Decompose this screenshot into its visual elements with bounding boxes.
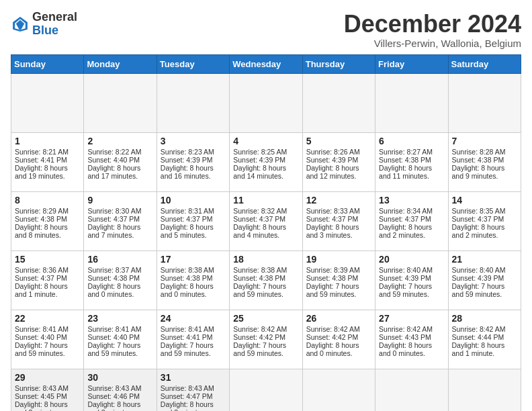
day-number: 18	[233, 254, 298, 265]
calendar-cell	[302, 369, 375, 411]
sunset-text: Sunset: 4:39 PM	[379, 274, 431, 282]
sunrise-text: Sunrise: 8:29 AM	[15, 207, 69, 215]
calendar-cell: 26Sunrise: 8:42 AMSunset: 4:42 PMDayligh…	[302, 310, 375, 369]
logo-blue-text: Blue	[32, 24, 77, 38]
daylight-text: Daylight: 8 hours and 5 minutes.	[161, 223, 214, 239]
sunrise-text: Sunrise: 8:33 AM	[306, 207, 360, 215]
calendar-cell: 28Sunrise: 8:42 AMSunset: 4:44 PMDayligh…	[448, 310, 521, 369]
header-sunday: Sunday	[11, 54, 84, 73]
calendar-cell: 5Sunrise: 8:26 AMSunset: 4:39 PMDaylight…	[302, 132, 375, 191]
sunrise-text: Sunrise: 8:25 AM	[233, 148, 287, 156]
calendar-cell	[448, 73, 521, 132]
daylight-text: Daylight: 8 hours and 3 minutes.	[87, 400, 140, 411]
sunset-text: Sunset: 4:39 PM	[161, 156, 213, 164]
sunrise-text: Sunrise: 8:42 AM	[233, 325, 287, 333]
calendar-cell: 14Sunrise: 8:35 AMSunset: 4:37 PMDayligh…	[448, 191, 521, 250]
sunrise-text: Sunrise: 8:42 AM	[306, 325, 360, 333]
sunset-text: Sunset: 4:46 PM	[87, 392, 140, 400]
calendar-cell: 24Sunrise: 8:41 AMSunset: 4:41 PMDayligh…	[157, 310, 229, 369]
day-number: 9	[87, 195, 152, 205]
calendar-cell	[375, 369, 448, 411]
calendar-cell: 19Sunrise: 8:39 AMSunset: 4:38 PMDayligh…	[302, 250, 375, 310]
header-monday: Monday	[84, 54, 157, 73]
day-number: 27	[379, 313, 444, 324]
header-saturday: Saturday	[448, 54, 521, 73]
sunrise-text: Sunrise: 8:40 AM	[452, 266, 506, 274]
calendar-cell	[230, 369, 302, 411]
sunset-text: Sunset: 4:37 PM	[306, 215, 359, 223]
sunrise-text: Sunrise: 8:31 AM	[161, 207, 214, 215]
calendar-cell	[157, 73, 229, 132]
day-number: 11	[233, 195, 298, 205]
daylight-text: Daylight: 8 hours and 2 minutes.	[379, 223, 432, 239]
calendar-cell: 2Sunrise: 8:22 AMSunset: 4:40 PMDaylight…	[84, 132, 157, 191]
calendar-cell: 1Sunrise: 8:21 AMSunset: 4:41 PMDaylight…	[11, 132, 84, 191]
sunset-text: Sunset: 4:45 PM	[15, 392, 67, 400]
sunrise-text: Sunrise: 8:38 AM	[161, 266, 214, 274]
sunrise-text: Sunrise: 8:43 AM	[87, 384, 141, 392]
daylight-text: Daylight: 8 hours and 3 minutes.	[161, 400, 214, 411]
day-number: 31	[161, 372, 226, 383]
sunrise-text: Sunrise: 8:21 AM	[15, 148, 69, 156]
calendar-cell: 7Sunrise: 8:28 AMSunset: 4:38 PMDaylight…	[448, 132, 521, 191]
sunset-text: Sunset: 4:38 PM	[306, 274, 359, 282]
calendar-cell: 27Sunrise: 8:42 AMSunset: 4:43 PMDayligh…	[375, 310, 448, 369]
calendar-cell	[11, 73, 84, 132]
sunset-text: Sunset: 4:37 PM	[452, 215, 504, 223]
sunrise-text: Sunrise: 8:22 AM	[87, 148, 141, 156]
calendar-cell	[84, 73, 157, 132]
sunset-text: Sunset: 4:38 PM	[233, 274, 285, 282]
daylight-text: Daylight: 8 hours and 12 minutes.	[306, 164, 359, 180]
day-number: 21	[452, 254, 517, 265]
calendar-cell: 4Sunrise: 8:25 AMSunset: 4:39 PMDaylight…	[230, 132, 302, 191]
daylight-text: Daylight: 8 hours and 7 minutes.	[87, 223, 140, 239]
day-number: 12	[306, 195, 371, 205]
sunset-text: Sunset: 4:38 PM	[379, 156, 431, 164]
daylight-text: Daylight: 8 hours and 17 minutes.	[87, 164, 140, 180]
daylight-text: Daylight: 7 hours and 59 minutes.	[233, 341, 286, 357]
sunrise-text: Sunrise: 8:39 AM	[306, 266, 360, 274]
calendar-cell: 9Sunrise: 8:30 AMSunset: 4:37 PMDaylight…	[84, 191, 157, 250]
daylight-text: Daylight: 7 hours and 59 minutes.	[306, 282, 359, 298]
daylight-text: Daylight: 8 hours and 0 minutes.	[306, 341, 359, 357]
day-number: 16	[87, 254, 152, 265]
day-number: 6	[379, 136, 444, 146]
daylight-text: Daylight: 8 hours and 2 minutes.	[452, 223, 505, 239]
daylight-text: Daylight: 8 hours and 4 minutes.	[233, 223, 286, 239]
day-number: 14	[452, 195, 517, 205]
sunrise-text: Sunrise: 8:36 AM	[15, 266, 69, 274]
daylight-text: Daylight: 8 hours and 1 minute.	[452, 341, 505, 357]
sunrise-text: Sunrise: 8:42 AM	[452, 325, 506, 333]
calendar-cell: 12Sunrise: 8:33 AMSunset: 4:37 PMDayligh…	[302, 191, 375, 250]
header-row: SundayMondayTuesdayWednesdayThursdayFrid…	[11, 54, 521, 73]
sunrise-text: Sunrise: 8:42 AM	[379, 325, 433, 333]
sunrise-text: Sunrise: 8:43 AM	[15, 384, 69, 392]
calendar-cell: 29Sunrise: 8:43 AMSunset: 4:45 PMDayligh…	[11, 369, 84, 411]
daylight-text: Daylight: 7 hours and 59 minutes.	[15, 341, 68, 357]
calendar-cell: 13Sunrise: 8:34 AMSunset: 4:37 PMDayligh…	[375, 191, 448, 250]
sunset-text: Sunset: 4:38 PM	[15, 215, 67, 223]
sunrise-text: Sunrise: 8:37 AM	[87, 266, 141, 274]
week-row-0	[11, 73, 521, 132]
calendar-cell: 15Sunrise: 8:36 AMSunset: 4:37 PMDayligh…	[11, 250, 84, 310]
week-row-3: 15Sunrise: 8:36 AMSunset: 4:37 PMDayligh…	[11, 250, 521, 310]
calendar-cell: 20Sunrise: 8:40 AMSunset: 4:39 PMDayligh…	[375, 250, 448, 310]
day-number: 17	[161, 254, 226, 265]
sunrise-text: Sunrise: 8:30 AM	[87, 207, 141, 215]
calendar-cell: 11Sunrise: 8:32 AMSunset: 4:37 PMDayligh…	[230, 191, 302, 250]
sunset-text: Sunset: 4:43 PM	[379, 333, 431, 341]
daylight-text: Daylight: 8 hours and 14 minutes.	[233, 164, 286, 180]
logo-general-text: General	[32, 11, 77, 24]
header-friday: Friday	[375, 54, 448, 73]
daylight-text: Daylight: 7 hours and 59 minutes.	[233, 282, 286, 298]
sunset-text: Sunset: 4:42 PM	[306, 333, 359, 341]
calendar-cell: 18Sunrise: 8:38 AMSunset: 4:38 PMDayligh…	[230, 250, 302, 310]
title-block: December 2024 Villers-Perwin, Wallonia, …	[344, 11, 521, 49]
sunrise-text: Sunrise: 8:41 AM	[161, 325, 214, 333]
day-number: 20	[379, 254, 444, 265]
sunset-text: Sunset: 4:38 PM	[161, 274, 213, 282]
day-number: 7	[452, 136, 517, 146]
day-number: 22	[15, 313, 80, 324]
header-thursday: Thursday	[302, 54, 375, 73]
daylight-text: Daylight: 8 hours and 9 minutes.	[452, 164, 505, 180]
